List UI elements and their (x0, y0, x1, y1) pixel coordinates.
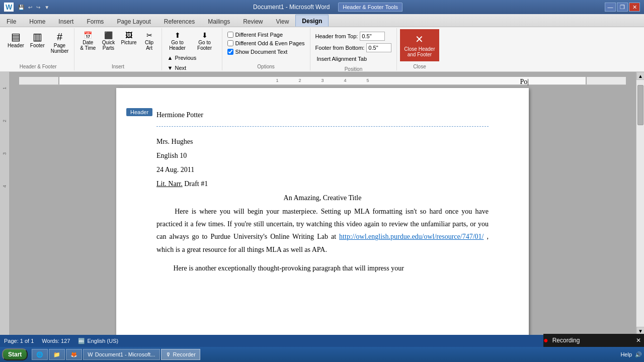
date-time-label: Date (83, 40, 93, 45)
page-number-button[interactable]: # Page Number (48, 30, 71, 55)
quick-access-toolbar: 💾 ↩ ↪ ▼ (17, 4, 51, 11)
different-odd-even-option[interactable]: Different Odd & Even Pages (226, 40, 306, 47)
undo-qa-btn[interactable]: ↩ (27, 4, 34, 11)
picture-icon: 🖼 (125, 32, 132, 39)
tab-mailings[interactable]: Mailings (201, 15, 236, 27)
close-window-button[interactable]: ✕ (629, 3, 640, 12)
minimize-button[interactable]: — (605, 3, 616, 12)
page-number-display[interactable]: Po| (520, 78, 529, 86)
paragraph-1[interactable]: Here is where you will begin your master… (156, 205, 489, 256)
ruler: 12345 (19, 77, 626, 85)
paragraph-2[interactable]: Here is another exceptionally thought-pr… (156, 262, 489, 275)
taskbar-recorder-icon: 🎙 (166, 351, 171, 357)
taskbar-item-folder[interactable]: 📁 (49, 349, 65, 360)
footer-from-bottom-input[interactable] (366, 43, 391, 52)
document-header[interactable]: Header Hermione Potter (156, 108, 489, 127)
clip-art-icon: ✂ (146, 32, 152, 39)
clip-art-label2: Art (146, 45, 152, 51)
language-info: 🔤 English (US) (78, 338, 118, 344)
next-button[interactable]: ▼ Next (165, 63, 219, 72)
navigation-group: ⬆ Go to Header ⬇ Go to Footer ▲ Previous (162, 28, 222, 70)
tab-forms[interactable]: Forms (80, 15, 110, 27)
header-icon: ▤ (11, 32, 21, 42)
tab-view[interactable]: View (270, 15, 296, 27)
go-to-header-label: Go to (171, 40, 183, 45)
paragraph-2-text: Here is another exceptionally thought-pr… (174, 264, 404, 272)
scroll-thumb[interactable] (637, 85, 643, 125)
tab-home[interactable]: Home (23, 15, 52, 27)
document-title: An Amazing, Creative Title (156, 191, 489, 205)
purdue-link[interactable]: http://owl.english.purdue.edu/owl/resour… (339, 233, 484, 240)
header-from-top-input[interactable] (360, 32, 385, 41)
insert-group: 📅 Date & Time ⬛ Quick Parts 🖼 Picture ✂ … (74, 28, 162, 70)
different-first-page-checkbox[interactable] (227, 32, 233, 38)
show-document-text-option[interactable]: Show Document Text (226, 48, 306, 55)
show-document-text-checkbox[interactable] (227, 49, 233, 55)
restore-button[interactable]: ❐ (617, 3, 628, 12)
student-name-line: Hermione Potter (156, 108, 489, 122)
date-time-button[interactable]: 📅 Date & Time (77, 30, 98, 52)
previous-icon: ▲ (168, 55, 173, 61)
tab-file[interactable]: File (0, 15, 23, 27)
taskbar-item-recorder[interactable]: 🎙 Recorder (161, 349, 200, 360)
different-first-page-option[interactable]: Different First Page (226, 31, 306, 38)
titlebar: W 💾 ↩ ↪ ▼ Document1 - Microsoft Word Hea… (0, 0, 644, 14)
position-group-label: Position (313, 65, 394, 72)
assignment-line: Lit. Narr. Draft #1 (156, 177, 489, 191)
save-qa-btn[interactable]: 💾 (17, 4, 26, 11)
main-content: 1 2 3 4 12345 Po| Header Hermion (0, 72, 644, 335)
taskbar-item-word[interactable]: W Document1 - Microsoft... (83, 349, 159, 360)
header-footer-group-label: Header & Footer (5, 63, 71, 69)
go-to-header-label2: Header (169, 45, 186, 51)
clip-art-button[interactable]: ✂ Clip Art (140, 30, 158, 52)
page-info: Page: 1 of 1 (4, 338, 34, 344)
class-line: English 10 (156, 149, 489, 163)
taskbar-item-firefox[interactable]: 🦊 (66, 349, 82, 360)
scroll-up-arrow[interactable]: ▲ (636, 72, 644, 80)
tab-design[interactable]: Design (295, 15, 329, 27)
word-count: Words: 127 (42, 338, 70, 344)
tab-insert[interactable]: Insert (52, 15, 80, 27)
page-container: 12345 Po| Header Hermione Potter Mrs. Hu… (9, 72, 636, 335)
insert-buttons: 📅 Date & Time ⬛ Quick Parts 🖼 Picture ✂ … (77, 29, 158, 63)
assignment-underline: Lit. Narr. (156, 180, 183, 188)
ribbon-tabs: File Home Insert Forms Page Layout Refer… (0, 14, 644, 27)
recording-close[interactable]: ✕ (636, 337, 641, 344)
date-line: 24 Aug. 2011 (156, 163, 489, 177)
tab-references[interactable]: References (157, 15, 201, 27)
taskbar: Start 🌐 📁 🦊 W Document1 - Microsoft... 🎙… (0, 347, 644, 362)
teacher-name-line: Mrs. Hughes (156, 135, 489, 149)
page-number-icon: # (57, 32, 62, 42)
quick-parts-icon: ⬛ (104, 32, 113, 39)
close-hf-label: Close Header (404, 46, 435, 52)
header-button[interactable]: ▤ Header (5, 30, 27, 50)
scrollbar[interactable]: ▲ ▼ (636, 72, 644, 335)
go-to-footer-label2: Footer (197, 45, 212, 51)
close-header-footer-button[interactable]: ✕ Close Header and Footer (400, 29, 439, 61)
taskbar-right: Help 🔊 (620, 351, 642, 358)
header-footer-group: ▤ Header ▥ Footer # Page Number Header &… (2, 28, 74, 70)
go-to-header-icon: ⬆ (175, 32, 181, 39)
go-to-footer-button[interactable]: ⬇ Go to Footer (192, 30, 217, 52)
quick-parts-label: Quick (102, 40, 115, 45)
scroll-track[interactable] (636, 80, 644, 327)
picture-button[interactable]: 🖼 Picture (118, 30, 139, 47)
redo-qa-btn[interactable]: ↪ (35, 4, 42, 11)
taskbar-item-ie[interactable]: 🌐 (32, 349, 48, 360)
footer-button[interactable]: ▥ Footer (28, 30, 47, 50)
quick-parts-button[interactable]: ⬛ Quick Parts (99, 30, 117, 52)
insert-group-label: Insert (77, 63, 158, 69)
previous-button[interactable]: ▲ Previous (165, 53, 219, 62)
more-qa-btn[interactable]: ▼ (43, 4, 51, 11)
start-button[interactable]: Start (2, 348, 28, 360)
go-to-footer-label: Go to (198, 40, 210, 45)
taskbar-items: 🌐 📁 🦊 W Document1 - Microsoft... 🎙 Recor… (32, 349, 200, 360)
insert-alignment-tab-button[interactable]: Insert Alignment Tab (314, 54, 393, 63)
close-hf-label2: and Footer (408, 52, 432, 57)
close-group: ✕ Close Header and Footer Close (397, 28, 442, 70)
tab-review[interactable]: Review (236, 15, 269, 27)
tab-page-layout[interactable]: Page Layout (110, 15, 157, 27)
next-icon: ▼ (168, 65, 173, 71)
go-to-header-button[interactable]: ⬆ Go to Header (165, 30, 190, 52)
different-odd-even-checkbox[interactable] (227, 40, 233, 46)
